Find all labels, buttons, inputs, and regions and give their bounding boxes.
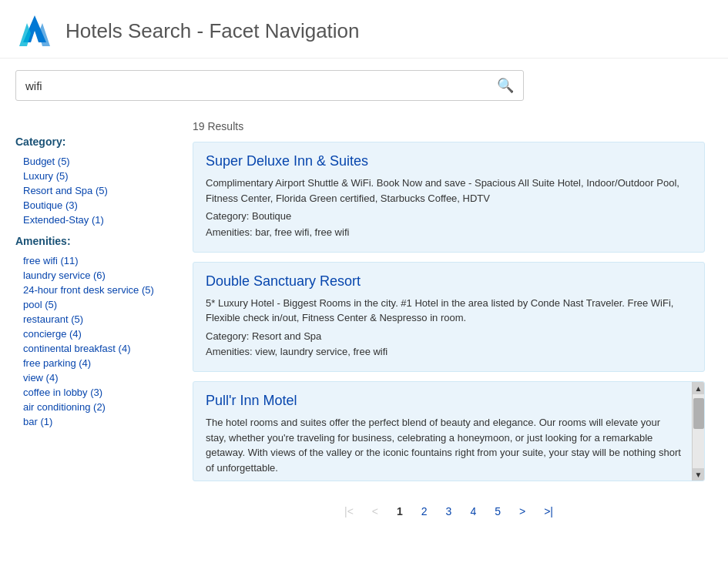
result-title-1[interactable]: Super Deluxe Inn & Suites [206, 153, 692, 169]
pagination-page-5[interactable]: 5 [488, 502, 507, 521]
sidebar-amenity-restaurant[interactable]: restaurant (5) [15, 312, 177, 327]
page-title: Hotels Search - Facet Navigation [65, 19, 360, 43]
pagination: |< < 1 2 3 4 5 > >| [193, 491, 705, 536]
sidebar-category-boutique[interactable]: Boutique (3) [15, 198, 177, 213]
pagination-next[interactable]: > [513, 502, 532, 521]
result-desc-1: Complimentary Airport Shuttle & WiFi. Bo… [206, 176, 692, 206]
result-title-3[interactable]: Pull'r Inn Motel [206, 393, 681, 409]
svg-marker-2 [39, 23, 50, 46]
sidebar-amenity-front-desk[interactable]: 24-hour front desk service (5) [15, 283, 177, 297]
main-content: 19 Results Super Deluxe Inn & Suites Com… [185, 120, 713, 536]
result-title-2[interactable]: Double Sanctuary Resort [206, 273, 692, 290]
sidebar-amenity-air-conditioning[interactable]: air conditioning (2) [15, 400, 177, 414]
pagination-page-2[interactable]: 2 [415, 502, 434, 521]
main-container: Category: Budget (5) Luxury (5) Resort a… [0, 112, 728, 544]
sidebar-category-resort[interactable]: Resort and Spa (5) [15, 183, 177, 198]
result-category-2: Category: Resort and Spa [206, 329, 692, 345]
search-box: 🔍 [15, 70, 524, 101]
scrollbar-3: ▲ ▼ [692, 382, 704, 481]
result-card-3-inner: Pull'r Inn Motel The hotel rooms and sui… [193, 382, 704, 481]
result-amenities-2: Amenities: view, laundry service, free w… [206, 344, 692, 360]
sidebar-amenity-free-parking[interactable]: free parking (4) [15, 356, 177, 370]
result-desc-3: The hotel rooms and suites offer the per… [206, 415, 681, 475]
result-card-2: Double Sanctuary Resort 5* Luxury Hotel … [193, 262, 705, 373]
scroll-track [693, 394, 704, 468]
app-logo [15, 12, 54, 50]
pagination-page-1[interactable]: 1 [391, 502, 409, 521]
search-icon[interactable]: 🔍 [497, 77, 514, 94]
sidebar-amenity-coffee[interactable]: coffee in lobby (3) [15, 385, 177, 400]
category-title: Category: [15, 136, 177, 148]
scroll-down-btn[interactable]: ▼ [693, 468, 705, 481]
svg-marker-1 [19, 23, 31, 46]
search-input[interactable] [25, 79, 497, 92]
pagination-last[interactable]: >| [538, 502, 559, 521]
sidebar-category-extended[interactable]: Extended-Stay (1) [15, 213, 177, 227]
sidebar-amenity-view[interactable]: view (4) [15, 370, 177, 385]
pagination-first[interactable]: |< [338, 502, 360, 521]
header: Hotels Search - Facet Navigation [0, 0, 728, 59]
sidebar-amenity-free-wifi[interactable]: free wifi (11) [15, 253, 177, 268]
scroll-thumb[interactable] [693, 398, 704, 429]
result-amenities-1: Amenities: bar, free wifi, free wifi [206, 225, 692, 241]
search-area: 🔍 [0, 59, 728, 112]
sidebar-category-luxury[interactable]: Luxury (5) [15, 169, 177, 183]
result-desc-2: 5* Luxury Hotel - Biggest Rooms in the c… [206, 296, 692, 326]
scroll-up-btn[interactable]: ▲ [693, 382, 705, 394]
sidebar-amenity-bar[interactable]: bar (1) [15, 414, 177, 429]
sidebar-category-budget[interactable]: Budget (5) [15, 154, 177, 169]
pagination-page-4[interactable]: 4 [464, 502, 482, 521]
sidebar: Category: Budget (5) Luxury (5) Resort a… [15, 120, 185, 536]
results-count: 19 Results [193, 120, 705, 132]
sidebar-amenity-pool[interactable]: pool (5) [15, 297, 177, 312]
sidebar-amenity-concierge[interactable]: concierge (4) [15, 327, 177, 341]
pagination-page-3[interactable]: 3 [440, 502, 458, 521]
amenities-title: Amenities: [15, 235, 177, 247]
sidebar-amenity-continental[interactable]: continental breakfast (4) [15, 341, 177, 356]
result-card-1: Super Deluxe Inn & Suites Complimentary … [193, 142, 705, 253]
pagination-prev[interactable]: < [366, 502, 384, 521]
sidebar-amenity-laundry[interactable]: laundry service (6) [15, 268, 177, 283]
result-card-3: Pull'r Inn Motel The hotel rooms and sui… [193, 381, 705, 481]
result-category-1: Category: Boutique [206, 209, 692, 225]
